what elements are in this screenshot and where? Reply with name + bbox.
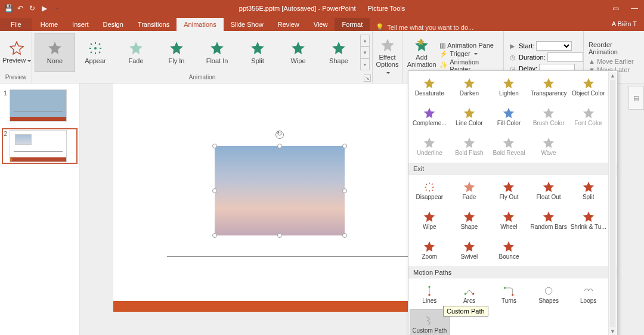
animation-wipe[interactable]: Wipe	[278, 33, 318, 72]
account-name[interactable]: A Biến T	[608, 17, 640, 31]
effect-options-button[interactable]: Effect Options	[375, 38, 400, 77]
emphasis-objectcolor[interactable]: Object Color	[568, 72, 608, 102]
animation-fade[interactable]: Fade	[116, 33, 156, 72]
star-icon	[48, 41, 62, 55]
star-icon	[503, 241, 515, 253]
burst-icon	[423, 181, 435, 193]
redo-icon[interactable]: ↻	[27, 4, 37, 13]
emphasis-darken[interactable]: Darken	[450, 72, 490, 102]
rotate-handle-icon[interactable]	[275, 131, 284, 139]
exit-shrinkturn[interactable]: Shrink & Tu...	[568, 206, 608, 235]
motion-shapes[interactable]: Shapes	[529, 280, 569, 309]
svg-marker-3	[129, 42, 143, 54]
move-earlier-button[interactable]: ▲Move Earlier	[589, 58, 639, 65]
gallery-scroll-down-icon[interactable]: ▼	[360, 46, 370, 58]
animation-dialog-launcher[interactable]: ↘	[364, 75, 371, 82]
emphasis-linecolor[interactable]: Line Color	[450, 102, 490, 132]
svg-marker-4	[170, 42, 183, 54]
exit-floatout[interactable]: Float Out	[529, 176, 569, 206]
scroll-track[interactable]	[610, 80, 615, 327]
animation-shape[interactable]: Shape	[318, 33, 359, 72]
save-icon[interactable]: 💾	[4, 4, 13, 13]
exit-fade[interactable]: Fade	[450, 176, 490, 206]
animation-pane-button[interactable]: ▥Animation Pane	[439, 42, 500, 49]
svg-marker-27	[503, 182, 514, 193]
exit-swivel[interactable]: Swivel	[450, 235, 490, 265]
timing-start-select[interactable]	[536, 41, 572, 51]
exit-wipe[interactable]: Wipe	[410, 206, 450, 235]
move-earlier-label: Move Earlier	[597, 58, 634, 65]
animation-appear[interactable]: Appear	[75, 33, 116, 72]
exit-flyout[interactable]: Fly Out	[489, 176, 529, 206]
tell-me[interactable]: 💡 Tell me what you want to do...	[376, 23, 473, 31]
star-icon	[503, 211, 515, 223]
selected-picture[interactable]	[215, 146, 345, 235]
animation-flyin[interactable]: Fly In	[156, 33, 197, 72]
tab-file[interactable]: File	[0, 18, 32, 31]
gallery-scroll-up-icon[interactable]: ▲	[360, 35, 370, 46]
motion-lines[interactable]: Lines	[410, 280, 450, 309]
preview-button[interactable]: Preview	[2, 33, 31, 72]
slide-thumbnail-2[interactable]: 2 ★	[4, 130, 76, 162]
resize-handle[interactable]	[277, 144, 282, 148]
ribbon-display-options-icon[interactable]: ▭	[606, 0, 625, 17]
emphasis-lighten[interactable]: Lighten	[489, 72, 529, 102]
tab-insert[interactable]: Insert	[65, 18, 96, 31]
slide-thumbnail-1[interactable]: 1	[4, 89, 76, 122]
timing-duration-input[interactable]	[547, 52, 583, 62]
trigger-label: Trigger	[450, 50, 470, 57]
slide-canvas[interactable]	[113, 83, 444, 310]
side-panel-toggle[interactable]: ▤	[628, 86, 644, 110]
resize-handle[interactable]	[342, 144, 347, 148]
tab-animations[interactable]: Animations	[177, 18, 223, 31]
tab-view[interactable]: View	[306, 18, 335, 31]
tab-design[interactable]: Design	[96, 18, 131, 31]
dropdown-scrollbar[interactable]: ▲ ▼	[608, 72, 617, 335]
slide-footer-bar	[113, 301, 444, 312]
emphasis-complementary[interactable]: Compleme...	[410, 102, 450, 132]
animation-floatin[interactable]: Float In	[197, 33, 237, 72]
exit-wheel[interactable]: Wheel	[489, 206, 529, 235]
resize-handle[interactable]	[212, 233, 217, 238]
motion-loops[interactable]: Loops	[568, 280, 608, 309]
animation-none[interactable]: None	[35, 33, 75, 72]
exit-bounce[interactable]: Bounce	[489, 235, 529, 265]
animation-split[interactable]: Split	[237, 33, 278, 72]
svg-marker-8	[332, 42, 345, 54]
exit-shape[interactable]: Shape	[450, 206, 490, 235]
tab-review[interactable]: Review	[271, 18, 306, 31]
emphasis-desaturate[interactable]: Desaturate	[410, 72, 450, 102]
resize-handle[interactable]	[342, 233, 347, 238]
minimize-icon[interactable]: —	[625, 0, 644, 17]
undo-icon[interactable]: ↶	[16, 4, 25, 13]
emphasis-transparency[interactable]: Transparency	[529, 72, 569, 102]
loop-path-icon	[583, 285, 595, 297]
tooltip-custom-path: Custom Path	[443, 306, 488, 317]
exit-split[interactable]: Split	[568, 176, 608, 206]
motion-arcs[interactable]: Arcs	[450, 280, 490, 309]
exit-disappear[interactable]: Disappear	[410, 176, 450, 206]
qat-customize-icon[interactable]	[51, 4, 61, 13]
line-path-icon	[423, 285, 435, 297]
resize-handle[interactable]	[212, 188, 217, 193]
exit-zoom[interactable]: Zoom	[410, 235, 450, 265]
resize-handle[interactable]	[212, 144, 217, 148]
trigger-button[interactable]: ⚡Trigger	[439, 50, 500, 58]
tab-slideshow[interactable]: Slide Show	[224, 18, 271, 31]
gallery-more-icon[interactable]: ▾	[360, 58, 370, 70]
tab-home[interactable]: Home	[33, 18, 65, 31]
scroll-up-arrow-icon[interactable]: ▲	[609, 72, 617, 80]
tab-transitions[interactable]: Transitions	[131, 18, 177, 31]
scroll-down-arrow-icon[interactable]: ▼	[609, 327, 617, 335]
resize-handle[interactable]	[342, 188, 347, 193]
exit-randombars[interactable]: Random Bars	[529, 206, 569, 235]
tab-format[interactable]: Format	[335, 18, 370, 31]
resize-handle[interactable]	[277, 233, 282, 238]
effect-options-label: Effect Options	[375, 54, 400, 75]
svg-marker-6	[251, 42, 264, 54]
slide-2-preview: ★	[10, 130, 67, 162]
svg-marker-32	[503, 212, 514, 222]
motion-turns[interactable]: Turns	[489, 280, 529, 309]
start-from-beginning-icon[interactable]: ▶	[39, 4, 49, 13]
emphasis-fillcolor[interactable]: Fill Color	[489, 102, 529, 132]
